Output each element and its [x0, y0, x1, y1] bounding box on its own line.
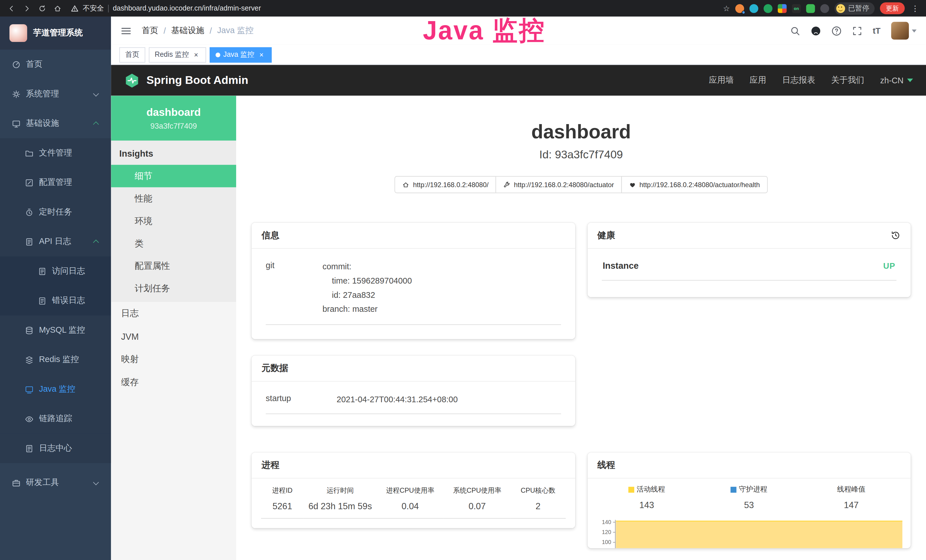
- monitor-icon: [12, 119, 21, 128]
- fullscreen-icon[interactable]: [852, 26, 862, 36]
- chevron-down-icon: [93, 91, 99, 96]
- sba-item-details[interactable]: 细节: [111, 165, 236, 188]
- sidebar-item-system[interactable]: 系统管理: [0, 79, 111, 109]
- address-bar[interactable]: 不安全 dashboard.yudao.iocoder.cn/infra/adm…: [71, 3, 718, 13]
- process-card: 进程 进程ID 运行时间 进程CPU使用率 系统CPU使用率: [251, 453, 575, 528]
- sba-navbar: Spring Boot Admin 应用墙 应用 日志报表 关于我们 zh-CN: [111, 65, 926, 96]
- sba-item-metrics[interactable]: 性能: [111, 187, 236, 210]
- sba-main: dashboard Id: 93a3fc7f7409 http://192.16…: [236, 95, 926, 560]
- app-logo-image: [9, 24, 27, 42]
- active-tag-dot: [216, 52, 221, 57]
- extension-icon-dark[interactable]: [820, 4, 829, 12]
- reload-button[interactable]: [36, 3, 47, 14]
- profile-chip[interactable]: 已暂停: [834, 2, 875, 14]
- sidebar-item-tracing[interactable]: 链路追踪: [0, 404, 111, 434]
- github-icon[interactable]: [811, 26, 821, 36]
- help-icon[interactable]: [831, 26, 841, 36]
- extension-icon-on-badge[interactable]: on: [792, 4, 801, 12]
- legend-swatch-yellow: [628, 486, 634, 492]
- sidebar-item-home[interactable]: 首页: [0, 50, 111, 79]
- document-icon: [25, 237, 34, 246]
- sba-item-jvm[interactable]: JVM: [111, 325, 236, 348]
- sba-brand[interactable]: Spring Boot Admin: [124, 73, 248, 88]
- threads-chart: 140 120 100: [595, 518, 902, 548]
- breadcrumb: 首页 / 基础设施 / Java 监控: [142, 26, 254, 36]
- sba-item-environment[interactable]: 环境: [111, 210, 236, 232]
- timer-icon: [25, 208, 34, 216]
- legend-live-threads: 活动线程 143: [595, 484, 698, 510]
- user-menu[interactable]: [891, 22, 917, 40]
- breadcrumb-home[interactable]: 首页: [142, 26, 158, 36]
- tag-java-monitor[interactable]: Java 监控: [210, 47, 271, 62]
- sync-paused-label: 已暂停: [848, 3, 870, 13]
- health-url-button[interactable]: http://192.168.0.2:48080/actuator/health: [621, 176, 767, 193]
- history-icon[interactable]: [891, 230, 900, 241]
- search-icon[interactable]: [790, 26, 800, 36]
- document-icon: [38, 267, 47, 275]
- tag-home[interactable]: 首页: [119, 47, 145, 62]
- instance-header[interactable]: dashboard 93a3fc7f7409: [111, 95, 236, 140]
- sidebar-item-infrastructure[interactable]: 基础设施: [0, 109, 111, 138]
- sba-item-mappings[interactable]: 映射: [111, 348, 236, 371]
- document-icon: [25, 444, 34, 453]
- tag-redis-monitor[interactable]: Redis 监控: [149, 47, 206, 62]
- back-button[interactable]: [6, 3, 17, 14]
- home-button[interactable]: [52, 3, 62, 14]
- app-logo-row[interactable]: 芋道管理系统: [0, 17, 111, 50]
- service-url-button[interactable]: http://192.168.0.2:48080/: [395, 176, 496, 193]
- sba-item-classes[interactable]: 类: [111, 232, 236, 255]
- svg-text:140: 140: [601, 519, 611, 525]
- browser-menu-icon[interactable]: [910, 4, 920, 12]
- forward-button[interactable]: [21, 3, 32, 14]
- update-button[interactable]: 更新: [880, 2, 905, 14]
- page-subtitle: Id: 93a3fc7f7409: [236, 148, 926, 162]
- sidebar-item-access-log[interactable]: 访问日志: [0, 256, 111, 286]
- sba-nav-about[interactable]: 关于我们: [831, 75, 864, 86]
- sba-nav-wallboard[interactable]: 应用墙: [709, 75, 734, 86]
- bookmark-star-icon[interactable]: [723, 4, 730, 12]
- sba-logo-icon: [124, 73, 140, 88]
- sidebar-item-error-log[interactable]: 错误日志: [0, 286, 111, 316]
- breadcrumb-section[interactable]: 基础设施: [171, 26, 204, 36]
- sba-item-scheduledtasks[interactable]: 计划任务: [111, 277, 236, 300]
- sidebar-item-file-manage[interactable]: 文件管理: [0, 138, 111, 168]
- sidebar-item-log-center[interactable]: 日志中心: [0, 434, 111, 463]
- locale-selector[interactable]: zh-CN: [880, 76, 913, 85]
- sba-body: dashboard 93a3fc7f7409 Insights 细节 性能 环境…: [111, 95, 926, 560]
- admin-sidebar: 芋道管理系统 首页 系统管理 基础设施 文件管理 配置: [0, 17, 111, 560]
- sidebar-item-mysql-monitor[interactable]: MySQL 监控: [0, 316, 111, 345]
- close-icon[interactable]: [192, 50, 200, 59]
- sidebar-item-scheduled-job[interactable]: 定时任务: [0, 197, 111, 227]
- sidebar-item-config-manage[interactable]: 配置管理: [0, 168, 111, 197]
- sidebar-item-java-monitor[interactable]: Java 监控: [0, 375, 111, 404]
- extension-icon-grid[interactable]: [778, 4, 787, 12]
- sidebar-item-api-log[interactable]: API 日志: [0, 227, 111, 256]
- chevron-up-icon: [93, 240, 99, 245]
- sidebar-item-redis-monitor[interactable]: Redis 监控: [0, 345, 111, 375]
- extension-icon-green[interactable]: [764, 4, 773, 12]
- extension-icon-orange[interactable]: [735, 4, 744, 12]
- sba-nav-applications[interactable]: 应用: [750, 75, 766, 86]
- info-card: 信息 git commit: time: 1596289704000 id: 2…: [251, 223, 575, 339]
- hamburger-icon[interactable]: [120, 25, 132, 36]
- sba-nav-journal[interactable]: 日志报表: [782, 75, 815, 86]
- sba-item-logfile[interactable]: 日志: [111, 302, 236, 325]
- detail-cards: 信息 git commit: time: 1596289704000 id: 2…: [251, 223, 911, 548]
- svg-text:100: 100: [601, 539, 611, 545]
- wrench-icon: [503, 181, 510, 188]
- info-value: commit: time: 1596289704000 id: 27aa832 …: [322, 259, 561, 316]
- sba-item-configprops[interactable]: 配置属性: [111, 255, 236, 277]
- heart-icon: [629, 181, 636, 188]
- omnibox-divider: [108, 5, 109, 12]
- sidebar-item-dev-tools[interactable]: 研发工具: [0, 468, 111, 498]
- instance-links: http://192.168.0.2:48080/ http://192.168…: [236, 176, 926, 193]
- actuator-url-button[interactable]: http://192.168.0.2:48080/actuator: [496, 176, 622, 193]
- close-icon[interactable]: [257, 50, 265, 59]
- extension-icon-leaf[interactable]: [806, 4, 815, 12]
- svg-text:120: 120: [601, 529, 611, 535]
- profile-avatar-icon: [836, 4, 845, 12]
- sba-item-caches[interactable]: 缓存: [111, 371, 236, 394]
- extension-icon-teal[interactable]: [749, 4, 758, 12]
- insights-section: Insights 细节 性能 环境 类 配置属性 计划任务: [111, 141, 236, 302]
- font-size-icon[interactable]: tT: [873, 26, 881, 35]
